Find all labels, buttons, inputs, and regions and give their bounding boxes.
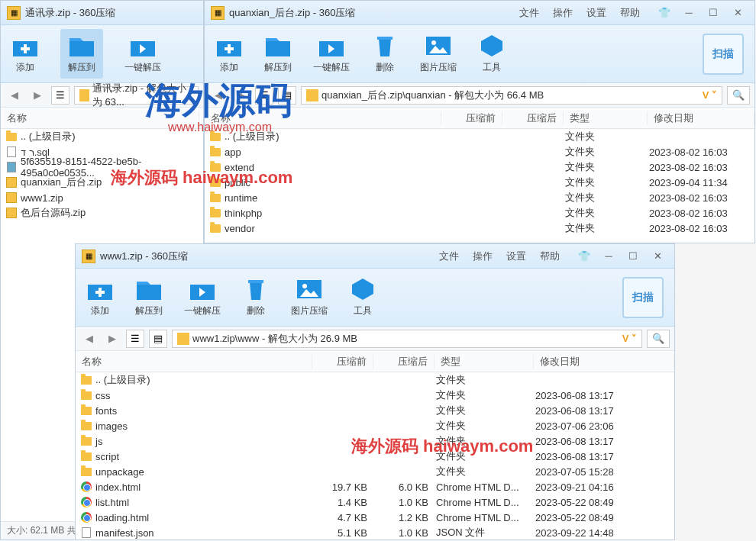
chevron-down-icon[interactable]: V ˅ (703, 89, 717, 101)
extract-button[interactable]: 解压到 (60, 29, 103, 79)
col-name[interactable]: 名称 (205, 111, 441, 125)
file-date: 2023-08-02 16:03 (649, 162, 754, 173)
folder-icon (5, 130, 18, 143)
view-list-button[interactable]: ☰ (255, 86, 273, 105)
list-item[interactable]: fonts文件夹2023-06-08 13:17 (76, 403, 674, 418)
menu-help[interactable]: 帮助 (620, 6, 640, 20)
nav-fwd[interactable]: ▶ (232, 86, 250, 105)
menu-settings[interactable]: 设置 (586, 6, 606, 20)
tool-button[interactable]: 工具 (478, 34, 506, 74)
titlebar-c[interactable]: ▦ www1.zip - 360压缩 文件 操作 设置 帮助 👕 ─ ☐ ✕ (76, 244, 674, 269)
list-item[interactable]: manifest.json5.1 KB1.0 KBJSON 文件2023-09-… (76, 525, 674, 539)
menu-file[interactable]: 文件 (519, 6, 539, 20)
list-item[interactable]: .. (上级目录)文件夹 (76, 372, 674, 388)
maximize-button[interactable]: ☐ (622, 249, 644, 264)
list-item[interactable]: index.html19.7 KB6.0 KBChrome HTML D...2… (76, 479, 674, 494)
minimize-button[interactable]: ─ (598, 249, 619, 264)
file-date: 2023-06-08 13:17 (535, 405, 674, 417)
menu-file[interactable]: 文件 (439, 250, 459, 263)
list-item[interactable]: thinkphp文件夹2023-08-02 16:03 (205, 205, 754, 221)
titlebar-a[interactable]: ▦ 通讯录.zip - 360压缩 (1, 1, 203, 25)
maximize-button[interactable]: ☐ (703, 5, 724, 21)
file-name: app (225, 147, 443, 158)
menu-settings[interactable]: 设置 (506, 250, 526, 263)
col-modified[interactable]: 修改日期 (648, 111, 754, 125)
breadcrumb-a[interactable]: 通讯录.zip - 解包大小为 63... (74, 86, 199, 105)
list-item[interactable]: extend文件夹2023-08-02 16:03 (205, 159, 754, 175)
breadcrumb-b[interactable]: quanxian_后台.zip\quanxian - 解包大小为 66.4 MB… (301, 86, 722, 105)
skin-button[interactable]: 👕 (654, 5, 675, 21)
extract-button[interactable]: 解压到 (264, 34, 292, 74)
search-button[interactable]: 🔍 (727, 86, 750, 105)
scan-button[interactable]: 扫描 (703, 34, 744, 75)
col-type[interactable]: 类型 (435, 355, 534, 369)
list-item[interactable]: script文件夹2023-06-08 13:17 (76, 449, 674, 464)
nav-back[interactable]: ◀ (80, 330, 99, 348)
list-item[interactable]: runtime文件夹2023-08-02 16:03 (205, 190, 754, 205)
menu-op[interactable]: 操作 (553, 6, 573, 20)
close-button[interactable]: ✕ (647, 249, 668, 264)
list-item[interactable]: vendor文件夹2023-08-02 16:03 (205, 221, 754, 236)
add-button[interactable]: 添加 (11, 34, 39, 74)
list-item[interactable]: list.html1.4 KB1.0 KBChrome HTML D...202… (76, 494, 674, 510)
list-item[interactable]: js文件夹2023-06-08 13:17 (76, 433, 674, 449)
close-button[interactable]: ✕ (727, 5, 748, 21)
nav-fwd[interactable]: ▶ (103, 330, 121, 348)
tool-button[interactable]: 工具 (349, 277, 376, 317)
nav-back[interactable]: ◀ (209, 86, 228, 105)
file-name: list.html (95, 497, 314, 508)
list-item[interactable]: .. (上级目录)文件夹 (205, 129, 754, 144)
menubar-c: 文件 操作 设置 帮助 (439, 250, 566, 263)
col-type[interactable]: 类型 (564, 111, 648, 125)
col-modified[interactable]: 修改日期 (534, 355, 674, 369)
imgcompress-button[interactable]: 图片压缩 (291, 277, 328, 317)
scan-button[interactable]: 扫描 (622, 277, 664, 318)
col-name[interactable]: 名称 (76, 355, 312, 369)
file-date: 2023-09-04 11:34 (649, 177, 754, 188)
file-name: fonts (95, 405, 314, 417)
list-item[interactable]: app文件夹2023-08-02 16:03 (205, 144, 754, 159)
col-before[interactable]: 压缩前 (441, 111, 502, 125)
minimize-button[interactable]: ─ (678, 5, 699, 21)
list-item[interactable]: loading.html4.7 KB1.2 KBChrome HTML D...… (76, 510, 674, 525)
col-after[interactable]: 压缩后 (502, 111, 564, 125)
add-button[interactable]: 添加 (215, 34, 243, 74)
view-list-button[interactable]: ☰ (51, 86, 69, 105)
breadcrumb-c[interactable]: www1.zip\www - 解包大小为 26.9 MB V ˅ (172, 330, 642, 348)
titlebar-b[interactable]: ▦ quanxian_后台.zip - 360压缩 文件 操作 设置 帮助 👕 … (205, 1, 754, 25)
file-name: css (95, 390, 314, 401)
list-item[interactable]: public文件夹2023-09-04 11:34 (205, 175, 754, 190)
nav-back[interactable]: ◀ (5, 86, 24, 105)
window-title: www1.zip - 360压缩 (100, 250, 439, 263)
list-item[interactable]: unpackage文件夹2023-07-05 15:28 (76, 464, 674, 479)
view-list-button[interactable]: ☰ (126, 330, 144, 348)
extract-button[interactable]: 解压到 (135, 277, 163, 317)
col-before[interactable]: 压缩前 (312, 355, 373, 369)
list-item[interactable]: css文件夹2023-06-08 13:17 (76, 388, 674, 403)
file-type: 文件夹 (565, 145, 649, 159)
nav-fwd[interactable]: ▶ (28, 86, 47, 105)
imgcompress-button[interactable]: 图片压缩 (420, 34, 457, 74)
list-item[interactable]: images文件夹2023-07-06 23:06 (76, 418, 674, 433)
skin-button[interactable]: 👕 (573, 249, 595, 264)
menu-op[interactable]: 操作 (473, 250, 493, 263)
col-name[interactable]: 名称 (1, 111, 199, 125)
list-item[interactable]: www1.zip (1, 190, 203, 205)
oneclick-button[interactable]: 一键解压 (184, 277, 221, 317)
oneclick-button[interactable]: 一键解压 (124, 34, 161, 74)
list-item[interactable]: 色后台源码.zip (1, 205, 203, 221)
list-item[interactable]: 5f635519-8151-4522-be5b-495a0c0e0535... (1, 159, 203, 175)
file-name: .. (上级目录) (225, 130, 443, 143)
col-after[interactable]: 压缩后 (373, 355, 435, 369)
delete-button[interactable]: 删除 (242, 277, 270, 317)
chevron-down-icon[interactable]: V ˅ (622, 333, 637, 344)
view-detail-button[interactable]: ▤ (278, 86, 296, 105)
delete-button[interactable]: 删除 (371, 34, 399, 74)
view-detail-button[interactable]: ▤ (149, 330, 167, 348)
list-item[interactable]: quanxian_后台.zip (1, 175, 203, 190)
menu-help[interactable]: 帮助 (540, 250, 560, 263)
oneclick-button[interactable]: 一键解压 (313, 34, 350, 74)
add-button[interactable]: 添加 (86, 277, 114, 317)
search-button[interactable]: 🔍 (647, 330, 670, 348)
list-item[interactable]: .. (上级目录) (1, 129, 203, 144)
